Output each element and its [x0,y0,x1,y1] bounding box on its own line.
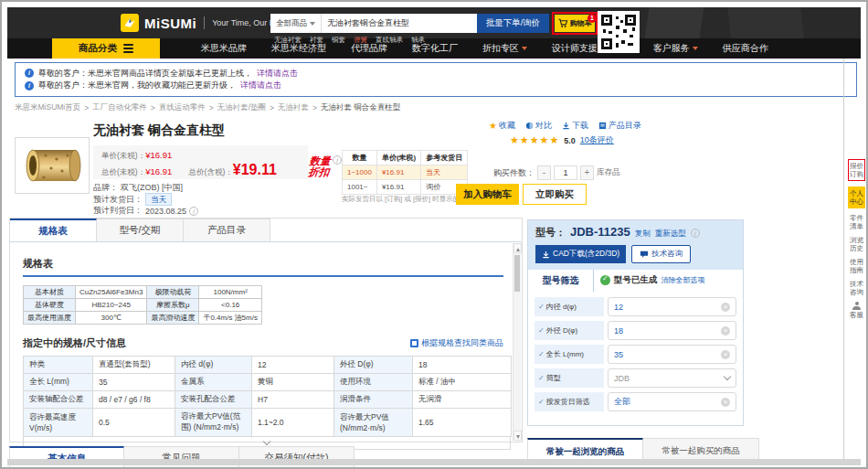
ship-date-value[interactable]: 当天 [145,193,172,206]
side-divider [843,59,844,460]
side-item-quote-order[interactable]: 报价订购 [848,159,865,181]
bottom-tab-basic-info[interactable]: 基本信息 [9,446,124,469]
side-item-my-account[interactable]: 个人中心 [848,187,865,208]
search-category-dropdown[interactable]: 全部商品 [270,14,322,33]
similar-products-link[interactable]: 根据规格查找同类商品 [410,337,503,349]
download-link[interactable]: 下载 [562,120,588,132]
hamburger-icon [123,42,133,55]
scroll-up-arrow[interactable] [513,243,522,253]
clear-all-link[interactable]: 清除全部选项 [662,275,705,285]
scroll-down-arrow[interactable] [513,431,522,441]
clear-icon[interactable]: × [721,326,730,336]
info-icon[interactable]: i [333,155,342,165]
cad-download-button[interactable]: CAD下载(含2D/3D) [535,245,626,263]
dim-value: 1.65 [413,409,512,437]
clear-icon[interactable]: × [721,350,730,359]
header-background-shape [645,7,704,38]
notice-link[interactable]: 详情请点击 [257,68,298,80]
catalog-button[interactable]: 商品分类 [52,38,160,59]
hot-word-link[interactable]: 直线轴承 [376,36,403,45]
breadcrumb-separator: > [312,103,317,112]
filter-row-length: 全长 L(mm) 35× [535,345,736,364]
cart-button[interactable]: 购物车 1 [555,15,595,32]
tab-product-catalog[interactable]: 产品目录 [184,219,270,241]
breadcrumb-item[interactable]: 直线运动零件 [159,102,206,113]
reviews-link[interactable]: 10条评价 [580,134,614,146]
product-image[interactable] [15,137,90,194]
catalog-link[interactable]: 产品目录 [598,120,641,132]
nav-item-customer-service[interactable]: 客户服务 [653,42,698,55]
spec-label: 最高滑动速度 [147,312,199,325]
dim-label: 种类 [24,357,93,374]
side-item-guide[interactable]: 使用指南 [848,258,865,274]
table-row: 种类直通型(套筒型) 内径 d(φ)12 外径 D(φ)18 [24,357,512,374]
nav-item-supplier[interactable]: 供应商合作 [723,42,768,55]
breadcrumb-home[interactable]: 米思米MiSUMi首页 [15,102,80,113]
quantity-input[interactable]: 1 [554,165,577,180]
quantity-plus-button[interactable]: + [580,165,594,180]
catalog-label: 商品分类 [79,42,117,55]
material-spec-table: 基本材质CuZn25Al6Fe3Mn3 极限动载荷100N/mm² 基体硬度HB… [23,285,262,325]
model-number-row: 型号： JDB-11235 复制 重新选型 i [535,225,736,240]
dim-label: 全长 L(mm) [24,374,93,391]
discount-cell: ¥16.91 [376,165,420,180]
hot-word-link[interactable]: 弹簧 [354,36,367,45]
hot-word-link[interactable]: 轴承 [411,36,425,45]
filter-label: 全长 L(mm) [535,345,604,364]
tab-spec-table[interactable]: 规格表 [10,219,97,241]
reselect-model-link[interactable]: 重新选型 [655,229,686,240]
side-item-history[interactable]: 浏览历史 [848,236,865,252]
rating-row: ★★★★★ 5.0 10条评价 [510,134,614,146]
nav-item-misumi-brand[interactable]: 米思米品牌 [201,42,247,55]
tab-model-delivery[interactable]: 型号/交期 [97,219,184,241]
info-icon[interactable]: i [189,207,198,216]
side-item-tech-inquiry[interactable]: 技术咨询 [848,280,865,296]
discount-cell: 1~1000 [343,165,377,180]
bottom-tab-trade-terms[interactable]: 交易须知(付款) [239,446,355,469]
misumi-logo[interactable]: MiSUMi Your Time, Our Priority [121,14,295,32]
batch-order-button[interactable]: 批量下单/询价 [477,14,549,33]
filter-input[interactable]: 全部× [608,392,736,411]
hot-word-link[interactable]: 无油衬套 [274,36,302,45]
compare-link[interactable]: 对比 [525,120,552,132]
spec-value: HB210~245 [76,299,147,312]
breadcrumb-item[interactable]: 无油衬套 [278,102,309,113]
breadcrumb-item[interactable]: 工厂自动化零件 [92,102,147,113]
filter-input[interactable]: 12× [608,297,736,316]
tab-model-filter[interactable]: 型号筛选 [528,270,594,292]
panel-scrollbar[interactable] [513,243,521,441]
buy-now-button[interactable]: 立即购买 [523,184,587,205]
model-panel: 型号： JDB-11235 复制 重新选型 i CAD下载(含2D/3D) 技术… [527,219,744,426]
chat-icon [640,250,649,259]
unit-price-label: 单价(未税)： [101,151,145,160]
clear-icon[interactable]: × [721,303,730,312]
add-to-cart-button[interactable]: 加入购物车 [456,184,519,205]
stock-label: 库存品 [597,167,620,178]
dim-value: 18 [413,357,512,374]
clear-icon[interactable]: × [721,398,730,407]
check-circle-icon [600,275,610,285]
favorite-link[interactable]: ★收藏 [489,120,515,132]
hot-word-link[interactable]: 衬套 [310,36,323,45]
filter-input[interactable]: 18× [608,321,736,340]
bottom-scroll-band[interactable] [7,459,861,465]
copy-model-link[interactable]: 复制 [635,229,651,240]
download-icon [542,250,550,259]
tech-inquiry-button[interactable]: 技术咨询 [631,245,691,263]
breadcrumb-item[interactable]: 无油衬套/垫圈 [217,102,266,113]
bottom-tab-faq[interactable]: 常见问题 [124,446,239,469]
notice-link[interactable]: 详情请点击 [240,80,281,91]
side-item-parts-list[interactable]: 零件清单 [848,214,865,230]
quantity-minus-button[interactable]: - [537,165,551,180]
unit-price-value: ¥16.91 [145,150,172,160]
hot-word-link[interactable]: 铜套 [332,36,345,45]
filter-dropdown[interactable]: JDB [608,368,736,388]
discount-cell: 当天 [421,165,468,180]
unit-price-row: 单价(未税)：¥16.91 [101,148,300,163]
dim-label: 使用环境 [334,374,413,391]
scroll-thumb[interactable] [514,255,520,292]
filter-input[interactable]: 35× [608,345,736,364]
nav-item-discount-zone[interactable]: 折扣专区 [482,42,527,55]
info-icon[interactable]: i [691,229,700,238]
side-item-customer-service[interactable]: 客服 [848,302,865,319]
